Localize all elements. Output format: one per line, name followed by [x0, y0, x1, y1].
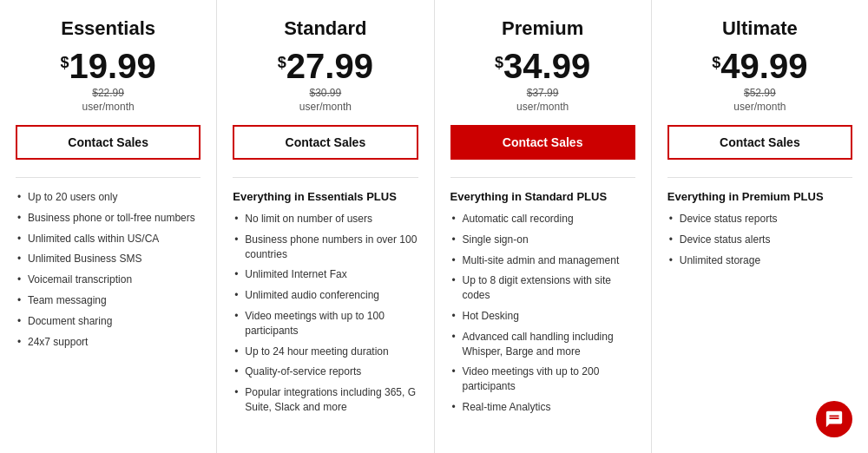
feature-item: Unlimited Business SMS [16, 252, 201, 266]
section-title-premium: Everything in Standard PLUS [450, 190, 635, 203]
feature-item: Video meetings vith up to 200 participan… [450, 364, 635, 394]
price-per-premium: user/month [450, 101, 635, 113]
plan-col-ultimate: Ultimate$49.99$52.99user/monthContact Sa… [652, 0, 868, 453]
feature-item: Unlimited calls within US/CA [16, 232, 201, 246]
plan-col-standard: Standard$27.99$30.99user/monthContact Sa… [217, 0, 434, 453]
feature-item: Up to 24 hour meeting duration [233, 345, 418, 359]
feature-list-standard: No limit on number of usersBusiness phon… [233, 212, 418, 421]
price-dollar-ultimate: $ [712, 54, 720, 72]
divider-premium [450, 177, 635, 178]
feature-list-ultimate: Device status reportsDevice status alert… [667, 212, 852, 273]
price-original-essentials: $22.99 [16, 87, 201, 99]
price-dollar-premium: $ [495, 54, 503, 72]
feature-item: Single sign-on [450, 233, 635, 247]
price-amount-essentials: 19.99 [69, 47, 156, 85]
price-amount-premium: 34.99 [503, 47, 590, 85]
price-amount-ultimate: 49.99 [720, 47, 807, 85]
price-per-standard: user/month [233, 101, 418, 113]
feature-item: Real-time Analytics [450, 400, 635, 415]
feature-item: Unlimited Internet Fax [233, 267, 418, 282]
price-amount-standard: 27.99 [286, 47, 373, 85]
plan-name-essentials: Essentials [16, 17, 201, 40]
feature-item: Video meetings with up to 100 participan… [233, 309, 418, 338]
plan-price-row-essentials: $19.99 [16, 49, 201, 83]
feature-item: Hot Desking [450, 309, 635, 324]
feature-item: Automatic call recording [450, 212, 635, 226]
feature-item: Business phone or toll-free numbers [16, 211, 201, 226]
feature-item: Document sharing [16, 314, 201, 329]
section-title-standard: Everything in Essentials PLUS [233, 190, 418, 203]
cta-button-essentials[interactable]: Contact Sales [16, 125, 201, 160]
feature-item: Voicemail transcription [16, 272, 201, 287]
price-per-essentials: user/month [16, 101, 201, 113]
divider-ultimate [667, 177, 852, 178]
feature-item: Up to 8 digit extensions with site codes [450, 273, 635, 303]
plan-col-premium: Premium$34.99$37.99user/monthContact Sal… [435, 0, 652, 453]
plan-price-row-ultimate: $49.99 [667, 49, 852, 83]
feature-item: Unlimited storage [667, 253, 852, 268]
plan-name-standard: Standard [233, 17, 418, 40]
plan-col-essentials: Essentials$19.99$22.99user/monthContact … [0, 0, 217, 453]
plan-name-ultimate: Ultimate [667, 17, 852, 40]
pricing-table: Essentials$19.99$22.99user/monthContact … [0, 0, 868, 453]
cta-button-premium[interactable]: Contact Sales [450, 125, 635, 160]
cta-button-standard[interactable]: Contact Sales [233, 125, 418, 160]
feature-item: Popular integrations including 365, G Su… [233, 385, 418, 415]
feature-item: Device status reports [667, 212, 852, 226]
feature-item: Up to 20 users only [16, 190, 201, 205]
feature-item: Business phone numbers in over 100 count… [233, 233, 418, 262]
divider-standard [233, 177, 418, 178]
feature-item: Device status alerts [667, 233, 852, 247]
price-original-ultimate: $52.99 [667, 87, 852, 99]
feature-item: Team messaging [16, 293, 201, 308]
divider-essentials [16, 177, 201, 178]
feature-item: 24x7 support [16, 335, 201, 350]
plan-price-row-standard: $27.99 [233, 49, 418, 83]
feature-item: Multi-site admin and management [450, 253, 635, 268]
feature-list-premium: Automatic call recordingSingle sign-onMu… [450, 212, 635, 421]
price-original-standard: $30.99 [233, 87, 418, 99]
plan-name-premium: Premium [450, 17, 635, 40]
price-per-ultimate: user/month [667, 101, 852, 113]
cta-button-ultimate[interactable]: Contact Sales [667, 125, 852, 160]
price-dollar-essentials: $ [61, 54, 69, 72]
chat-button[interactable] [816, 401, 852, 437]
feature-item: Unlimited audio conferencing [233, 288, 418, 303]
plan-price-row-premium: $34.99 [450, 49, 635, 83]
feature-item: No limit on number of users [233, 212, 418, 226]
price-original-premium: $37.99 [450, 87, 635, 99]
price-dollar-standard: $ [278, 54, 286, 72]
feature-list-essentials: Up to 20 users onlyBusiness phone or tol… [16, 190, 201, 355]
feature-item: Quality-of-service reports [233, 364, 418, 379]
section-title-ultimate: Everything in Premium PLUS [667, 190, 852, 203]
feature-item: Advanced call handling including Whisper… [450, 330, 635, 359]
